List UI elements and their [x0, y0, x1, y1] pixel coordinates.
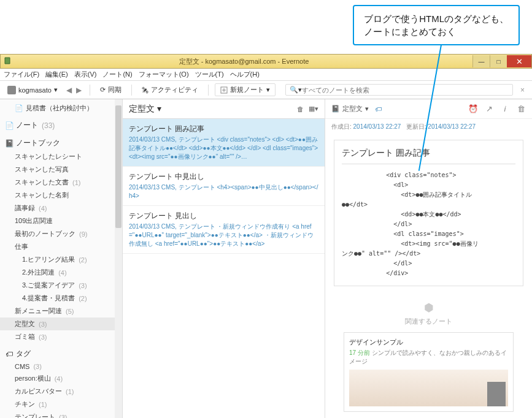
scrollbar-thumb[interactable]: [115, 105, 121, 228]
sync-icon: ⟳: [100, 86, 106, 94]
trash-icon[interactable]: 🗑: [295, 104, 305, 114]
note-meta: 2014/03/13 CMS, テンプレート <h4><span>●●中見出し●…: [129, 183, 318, 200]
user-menu[interactable]: kogmasato ▾: [4, 85, 61, 96]
minimize-button[interactable]: —: [472, 55, 490, 67]
activity-button[interactable]: 🛰 アクティビティ: [138, 84, 202, 96]
user-name: kogmasato: [18, 86, 52, 94]
note-list-item[interactable]: テンプレート 見出し 2014/03/13 CMS, テンプレート ・新規ウィン…: [123, 206, 325, 254]
search-icon: 🔍▾: [290, 86, 302, 94]
related-note-card[interactable]: デザインサンプル 17 分前 シンプルで読みやすく、なおかつ親しみのあるイメージ: [344, 332, 514, 412]
evernote-icon: ⬢: [325, 301, 532, 314]
sidebar-tag-item[interactable]: テンプレート(3): [0, 411, 122, 418]
note-view-panel: 📓 定型文▾ 🏷 ⏰ ↗ i 🗑 作成日: 2014/03/13 22:27 更…: [325, 99, 532, 418]
menu-file[interactable]: ファイル(F): [4, 70, 39, 79]
related-meta: 17 分前 シンプルで読みやすく、なおかつ親しみのあるイメージ: [349, 349, 508, 366]
menu-help[interactable]: ヘルプ(H): [230, 70, 260, 79]
note-content[interactable]: テンプレート 囲み記事 <div class="notes"> <dl> <dt…: [334, 140, 523, 286]
window-titlebar: 定型文 - kogmasato@gmail.com - Evernote — □…: [0, 54, 532, 69]
close-button[interactable]: ✕: [507, 55, 531, 67]
share-icon[interactable]: ↗: [484, 104, 494, 114]
tag-icon[interactable]: 🏷: [375, 105, 382, 113]
new-note-icon: [220, 86, 228, 94]
chevron-down-icon: ▾: [54, 86, 58, 94]
view-toggle-icon[interactable]: ▦▾: [309, 104, 318, 114]
note-list-item[interactable]: テンプレート 中見出し 2014/03/13 CMS, テンプレート <h4><…: [123, 167, 325, 206]
note-title: テンプレート 見出し: [129, 211, 318, 221]
note-meta: 2014/03/13 CMS, テンプレート <div class="notes…: [129, 135, 318, 161]
chevron-down-icon: ▾: [266, 86, 270, 94]
sidebar: 📄 見積書（社内検討中） 📄 ノート (33) 📓 ノートブック スキャンしたレ…: [0, 99, 123, 418]
sync-button[interactable]: ⟳ 同期: [96, 84, 125, 96]
note-list-item-selected[interactable]: テンプレート 囲み記事 2014/03/13 CMS, テンプレート <div …: [123, 119, 325, 167]
search-clear-button[interactable]: ×: [517, 86, 528, 94]
note-icon: 📄: [15, 104, 23, 112]
sidebar-notebook-item[interactable]: スキャンした写真: [0, 163, 122, 176]
sidebar-tag-item[interactable]: CMS(3): [0, 361, 122, 372]
sidebar-notes-header[interactable]: 📄 ノート (33): [0, 118, 122, 132]
related-thumbnail: [349, 370, 508, 406]
sidebar-tag-item[interactable]: person:横山(4): [0, 372, 122, 385]
notes-icon: 📄: [5, 121, 13, 130]
sidebar-tag-item[interactable]: チキン(1): [0, 398, 122, 411]
notebook-title[interactable]: 定型文 ▾: [129, 104, 291, 115]
sidebar-notebook-item[interactable]: 新メニュー関連(5): [0, 305, 122, 317]
menubar: ファイル(F) 編集(E) 表示(V) ノート(N) フォーマット(O) ツール…: [0, 69, 532, 81]
user-icon: [7, 86, 16, 94]
sidebar-notebook-subitem[interactable]: 4.提案書・見積書(2): [0, 292, 122, 305]
notebook-selector[interactable]: 📓 定型文▾: [331, 104, 369, 113]
sidebar-trash-item[interactable]: ゴミ箱(3): [0, 330, 122, 343]
note-view-body[interactable]: <div class="notes"> <dl> <dt>●●囲み記事タイトル …: [342, 170, 515, 278]
main-toolbar: kogmasato ▾ ◀ ▶ ⟳ 同期 🛰 アクティビティ 新規ノート ▾ 🔍…: [0, 81, 532, 99]
delete-icon[interactable]: 🗑: [516, 104, 526, 114]
tag-icon: 🏷: [5, 350, 13, 359]
note-title: テンプレート 中見出し: [129, 172, 318, 182]
sidebar-notebooks-header[interactable]: 📓 ノートブック: [0, 136, 122, 150]
note-list-header: 定型文 ▾ 🗑 ▦▾: [123, 99, 325, 119]
sidebar-notebook-subitem[interactable]: 3.ご提案アイデア(3): [0, 279, 122, 292]
related-notes-header: ⬢ 関連するノート: [325, 301, 532, 326]
sidebar-notebook-item[interactable]: スキャンしたレシート: [0, 150, 122, 163]
sidebar-notebook-stack[interactable]: 仕事: [0, 240, 122, 253]
sidebar-notebook-item-selected[interactable]: 定型文(3): [0, 317, 122, 330]
maximize-button[interactable]: □: [490, 55, 507, 67]
search-input[interactable]: [302, 86, 509, 94]
note-list-panel: 定型文 ▾ 🗑 ▦▾ テンプレート 囲み記事 2014/03/13 CMS, テ…: [123, 99, 325, 418]
sidebar-notebook-item[interactable]: スキャンした名刺: [0, 189, 122, 202]
new-note-button[interactable]: 新規ノート ▾: [215, 83, 276, 96]
sidebar-notebook-item[interactable]: 議事録(4): [0, 202, 122, 215]
sidebar-tags-header[interactable]: 🏷 タグ: [0, 347, 122, 361]
note-dates: 作成日: 2014/03/13 22:27 更新日: 2014/03/13 22…: [325, 119, 532, 135]
note-title: テンプレート 囲み記事: [129, 124, 318, 134]
sidebar-notebook-item[interactable]: 109出店関連: [0, 215, 122, 227]
menu-edit[interactable]: 編集(E): [45, 70, 68, 79]
sidebar-notebook-item[interactable]: 最初のノートブック(9): [0, 227, 122, 240]
related-title: デザインサンプル: [349, 338, 508, 347]
search-box[interactable]: 🔍▾: [285, 84, 513, 96]
sidebar-scrollbar[interactable]: [115, 99, 122, 418]
menu-note[interactable]: ノート(N): [102, 70, 132, 79]
annotation-callout: ブログで使うHTMLのタグなども、 ノートにまとめておく: [353, 5, 520, 45]
nav-back-button[interactable]: ◀: [65, 86, 74, 94]
sidebar-notebook-subitem[interactable]: 2.外注関連(4): [0, 266, 122, 279]
note-meta: 2014/03/13 CMS, テンプレート ・新規ウィンドウ作成有り <a h…: [129, 222, 318, 248]
nav-forward-button[interactable]: ▶: [75, 86, 83, 94]
menu-tool[interactable]: ツール(T): [195, 70, 224, 79]
menu-view[interactable]: 表示(V): [74, 70, 97, 79]
menu-format[interactable]: フォーマット(O): [139, 70, 189, 79]
updated-date: 2014/03/13 22:27: [428, 123, 476, 130]
reminder-icon[interactable]: ⏰: [468, 104, 478, 114]
created-date: 2014/03/13 22:27: [353, 123, 401, 130]
sidebar-notebook-subitem[interactable]: 1.ヒアリング結果(2): [0, 253, 122, 266]
activity-icon: 🛰: [142, 86, 148, 94]
notebook-icon: 📓: [5, 139, 13, 148]
sidebar-notebook-item[interactable]: スキャンした文書(1): [0, 176, 122, 189]
sidebar-recent-item[interactable]: 📄 見積書（社内検討中）: [0, 102, 122, 115]
note-view-title[interactable]: テンプレート 囲み記事: [342, 148, 515, 164]
info-icon[interactable]: i: [500, 104, 510, 114]
app-icon: [3, 56, 13, 66]
sidebar-tag-item[interactable]: カルピスバター(1): [0, 385, 122, 398]
nav-back-forward: ◀ ▶: [65, 86, 83, 94]
window-title: 定型文 - kogmasato@gmail.com - Evernote: [15, 57, 472, 66]
notebook-icon: 📓: [331, 105, 340, 113]
